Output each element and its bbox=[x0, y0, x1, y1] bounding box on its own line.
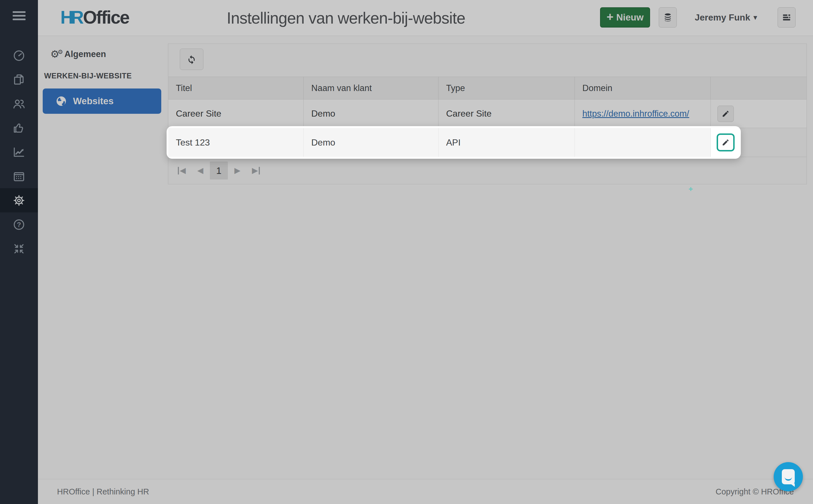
sidebar-item-approvals[interactable] bbox=[0, 116, 38, 140]
chevron-down-icon: ▾ bbox=[753, 13, 757, 21]
pencil-edit-icon bbox=[722, 139, 730, 146]
cell-titel: Test 123 bbox=[168, 128, 304, 157]
pager-last-button[interactable]: ▶ bbox=[247, 162, 265, 180]
sidebar-item-statistics[interactable] bbox=[0, 140, 38, 164]
hroffice-logo: HROffice bbox=[60, 7, 129, 28]
sidebar-item-calendar[interactable] bbox=[0, 164, 38, 188]
table-row-highlighted: Test 123 Demo API bbox=[168, 128, 807, 157]
column-header-domein[interactable]: Domein bbox=[575, 77, 711, 99]
line-chart-icon bbox=[12, 146, 26, 159]
table-header-row: Titel Naam van klant Type Domein bbox=[168, 77, 807, 99]
menu-item-label: Algemeen bbox=[64, 49, 106, 59]
calendar-icon bbox=[12, 170, 26, 183]
settings-menu-panel: ⚙⚙ Algemeen WERKEN-BIJ-WEBSITE Websites bbox=[38, 36, 162, 479]
compress-icon bbox=[12, 242, 26, 255]
cell-klant: Demo bbox=[304, 128, 439, 157]
page-title: Instellingen van werken-bij-website bbox=[227, 9, 465, 27]
gauge-dashboard-icon bbox=[12, 49, 26, 62]
documents-icon bbox=[12, 73, 26, 86]
top-bar: HROffice Instellingen van werken-bij-web… bbox=[38, 0, 813, 36]
sidebar-item-collapse[interactable] bbox=[0, 237, 38, 261]
tasks-icon bbox=[782, 13, 791, 22]
pagination: ◀ ◀ 1 ▶ ▶ bbox=[168, 157, 807, 184]
gear-settings-icon bbox=[12, 194, 26, 207]
column-header-type[interactable]: Type bbox=[439, 77, 575, 99]
column-header-actions bbox=[711, 77, 807, 99]
menu-section-title: WERKEN-BIJ-WEBSITE bbox=[44, 72, 132, 80]
sidebar-item-dashboard[interactable] bbox=[0, 43, 38, 67]
pager-first-button[interactable]: ◀ bbox=[173, 162, 191, 180]
cell-actions bbox=[711, 99, 807, 128]
thumbs-up-icon bbox=[12, 121, 26, 135]
cogs-icon: ⚙⚙ bbox=[50, 49, 59, 59]
menu-item-label: Websites bbox=[73, 96, 113, 106]
pager-next-button[interactable]: ▶ bbox=[228, 162, 246, 180]
menu-item-websites-active[interactable]: Websites bbox=[43, 88, 161, 114]
cell-type: API bbox=[439, 128, 575, 157]
tasks-button[interactable] bbox=[778, 7, 796, 28]
user-name: Jeremy Funk bbox=[695, 12, 750, 23]
users-icon bbox=[12, 97, 26, 110]
column-header-titel[interactable]: Titel bbox=[168, 77, 304, 99]
icon-sidebar: ? bbox=[0, 0, 38, 504]
sidebar-item-documents[interactable] bbox=[0, 67, 38, 92]
database-button[interactable] bbox=[659, 7, 677, 28]
svg-text:?: ? bbox=[17, 221, 21, 228]
app-root: ? HROffice Instellingen van werken-bij-w… bbox=[0, 0, 813, 504]
cell-titel: Career Site bbox=[168, 99, 304, 128]
globe-icon bbox=[56, 96, 67, 107]
help-icon: ? bbox=[12, 218, 26, 231]
intercom-chat-icon bbox=[782, 469, 795, 484]
footer: HROffice | Rethinking HR Copyright © HRO… bbox=[38, 479, 813, 504]
table-row: Career Site Demo Career Site https://dem… bbox=[168, 99, 807, 128]
next-page-icon: ▶ bbox=[234, 167, 240, 174]
chat-launcher-button[interactable] bbox=[774, 462, 803, 491]
new-button-label: Nieuw bbox=[616, 12, 644, 23]
cell-domein: https://demo.inhroffice.com/ bbox=[575, 99, 711, 128]
plus-icon: + bbox=[607, 10, 614, 24]
database-icon bbox=[663, 13, 673, 22]
sidebar-nav: ? bbox=[0, 43, 38, 261]
cell-klant: Demo bbox=[304, 99, 439, 128]
footer-left-text: HROffice | Rethinking HR bbox=[57, 487, 149, 496]
pager-page-1[interactable]: 1 bbox=[210, 162, 228, 180]
column-header-klant[interactable]: Naam van klant bbox=[304, 77, 439, 99]
first-page-icon: ◀ bbox=[180, 167, 186, 174]
cell-type: Career Site bbox=[439, 99, 575, 128]
edit-button[interactable] bbox=[717, 106, 734, 122]
cell-domein bbox=[575, 128, 711, 157]
logo-hr: HR bbox=[60, 7, 83, 28]
edit-button-highlighted[interactable] bbox=[717, 133, 735, 151]
user-menu[interactable]: Jeremy Funk ▾ bbox=[695, 7, 757, 28]
sidebar-item-help[interactable]: ? bbox=[0, 212, 38, 237]
pager-prev-button[interactable]: ◀ bbox=[191, 162, 209, 180]
tour-beacon-icon[interactable] bbox=[689, 187, 693, 191]
refresh-button[interactable] bbox=[180, 49, 203, 70]
smile-icon bbox=[785, 476, 792, 481]
logo-office: Office bbox=[83, 7, 129, 28]
new-button[interactable]: + Nieuw bbox=[600, 7, 650, 28]
hamburger-menu-icon[interactable] bbox=[13, 11, 26, 22]
refresh-icon bbox=[186, 54, 197, 65]
cell-actions bbox=[711, 128, 807, 157]
pencil-edit-icon bbox=[722, 110, 730, 118]
sidebar-item-settings[interactable] bbox=[0, 188, 38, 212]
sidebar-item-users[interactable] bbox=[0, 92, 38, 116]
prev-page-icon: ◀ bbox=[197, 167, 203, 174]
websites-grid: Titel Naam van klant Type Domein Career … bbox=[168, 44, 807, 184]
grid-toolbar bbox=[168, 44, 807, 77]
menu-item-algemeen[interactable]: ⚙⚙ Algemeen bbox=[38, 44, 162, 64]
domain-link[interactable]: https://demo.inhroffice.com/ bbox=[582, 109, 689, 119]
last-page-icon: ▶ bbox=[252, 167, 258, 174]
